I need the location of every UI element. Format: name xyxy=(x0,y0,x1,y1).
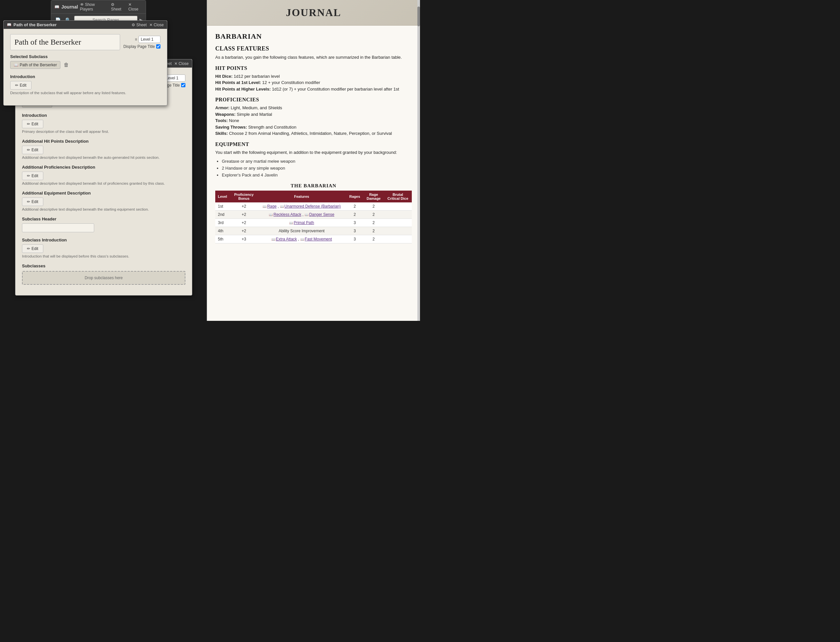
additional-hp-edit-button[interactable]: ✏ Edit xyxy=(22,146,43,154)
show-players-button[interactable]: 👁 Show Players xyxy=(80,2,109,11)
row-prof: +2 xyxy=(231,227,257,235)
berserker-panel-body: ≡ Level 1 Level 2 Display Page Title Sel… xyxy=(3,29,167,105)
weapons-value: Simple and Martial xyxy=(237,112,272,117)
fast-movement-link[interactable]: Fast Movement xyxy=(305,237,332,242)
journal-nav-header: 📖 Journal 👁 Show Players ⚙ Sheet ✕ Close xyxy=(51,0,146,14)
additional-hp-content: ✏ Edit xyxy=(22,146,185,154)
hit-points-text: Hit Dice: 1d12 per barbarian level Hit P… xyxy=(215,73,412,92)
badge-book-icon: 📖 xyxy=(14,63,18,67)
barbarian-table-title: The Barbarian xyxy=(215,183,412,189)
row-rage-dmg: 2 xyxy=(363,227,384,235)
subclass-intro-content: ✏ Edit xyxy=(22,245,185,253)
berserker-display-title-checkbox[interactable] xyxy=(156,44,161,49)
row-brutal xyxy=(384,211,412,219)
additional-prof-edit-button[interactable]: ✏ Edit xyxy=(22,172,43,180)
subclass-intro-edit-button[interactable]: ✏ Edit xyxy=(22,245,43,253)
hit-dice-label: Hit Dice: xyxy=(215,74,233,79)
weapons-label: Weapons: xyxy=(215,112,235,117)
additional-equip-label: Additional Equipment Description xyxy=(22,191,185,196)
edit-pencil-icon: ✏ xyxy=(27,173,30,178)
edit-pencil-icon: ✏ xyxy=(27,122,30,126)
subclasses-label: Subclasses xyxy=(22,263,185,268)
row-brutal xyxy=(384,227,412,235)
row-level: 1st xyxy=(215,203,231,211)
journal-nav-actions: 👁 Show Players ⚙ Sheet ✕ Close xyxy=(80,2,143,11)
table-row: 3rd +2 📖Primal Path 3 2 xyxy=(215,219,412,227)
additional-hp-label: Additional Hit Points Description xyxy=(22,139,185,144)
row-prof: +2 xyxy=(231,219,257,227)
list-icon: ≡ xyxy=(135,37,137,42)
subclass-intro-row: Subclass Introduction ✏ Edit Introductio… xyxy=(22,238,185,258)
armor-label: Armor: xyxy=(215,105,229,110)
reckless-attack-link[interactable]: Reckless Attack xyxy=(273,212,301,217)
barbarian-intro-edit-button[interactable]: ✏ Edit xyxy=(22,120,43,128)
unarmored-defense-link[interactable]: Unarmored Defense (Barbarian) xyxy=(284,204,341,209)
subclass-header-label: Subclass Header xyxy=(22,217,185,221)
row-rages: 2 xyxy=(346,211,363,219)
berserker-intro-description: Description of the subclass that will ap… xyxy=(10,91,161,95)
subclasses-drop-zone[interactable]: Drop subclasses here xyxy=(22,271,185,285)
close-button[interactable]: ✕ Close xyxy=(128,2,143,11)
additional-prof-label: Additional Proficiencies Description xyxy=(22,165,185,170)
row-rages: 3 xyxy=(346,227,363,235)
equipment-item-1: Greataxe or any martial melee weapon xyxy=(222,158,412,165)
berserker-subclass-content: 📖 Path of the Berserker 🗑 xyxy=(10,61,161,69)
berserker-subclass-badge: 📖 Path of the Berserker xyxy=(10,61,60,69)
berserker-sheet-button[interactable]: ⚙ Sheet xyxy=(131,23,147,27)
berserker-title-input[interactable] xyxy=(10,34,120,50)
drop-zone-label: Drop subclasses here xyxy=(85,276,123,280)
berserker-header-title: Path of the Berserker xyxy=(13,22,130,27)
additional-equip-row: Additional Equipment Description ✏ Edit … xyxy=(22,191,185,211)
selected-subclass-label: Selected Subclass xyxy=(10,54,161,59)
additional-hp-row: Additional Hit Points Description ✏ Edit… xyxy=(22,139,185,159)
rage-link[interactable]: Rage xyxy=(267,204,277,209)
primal-path-link[interactable]: Primal Path xyxy=(294,220,314,225)
equipment-item-3: Explorer's Pack and 4 Javelin xyxy=(222,172,412,179)
berserker-title-row: ≡ Level 1 Level 2 Display Page Title xyxy=(10,34,161,50)
journal-panel-header: Journal xyxy=(207,0,420,26)
berserker-trash-button[interactable]: 🗑 xyxy=(64,62,69,68)
row-rages: 3 xyxy=(346,219,363,227)
saving-throws-value: Strength and Constitution xyxy=(248,125,296,130)
display-page-title-label: Display Page Title xyxy=(123,44,155,49)
additional-prof-content: ✏ Edit xyxy=(22,172,185,180)
barbarian-display-title-checkbox[interactable] xyxy=(181,83,185,87)
row-brutal xyxy=(384,219,412,227)
extra-attack-link[interactable]: Extra Attack xyxy=(276,237,297,242)
row-prof: +3 xyxy=(231,235,257,243)
row-rages: 3 xyxy=(346,235,363,243)
berserker-selected-subclass-row: Selected Subclass 📖 Path of the Berserke… xyxy=(10,54,161,69)
berserker-level-row: ≡ Level 1 Level 2 xyxy=(135,36,161,43)
row-rage-dmg: 2 xyxy=(363,203,384,211)
equipment-list: Greataxe or any martial melee weapon 2 H… xyxy=(222,158,412,178)
additional-hp-description: Additional descriptive text displayed be… xyxy=(22,156,185,159)
berserker-level-select[interactable]: Level 1 Level 2 xyxy=(138,36,161,43)
sheet-button[interactable]: ⚙ Sheet xyxy=(111,2,126,11)
row-features: 📖Extra Attack , 📖Fast Movement xyxy=(257,235,346,243)
row-level: 4th xyxy=(215,227,231,235)
barbarian-intro-description: Primary description of the class that wi… xyxy=(22,130,185,133)
berserker-close-button[interactable]: ✕ Close xyxy=(149,23,164,27)
hp-1st-label: Hit Points at 1st Level: xyxy=(215,80,261,85)
subclass-intro-label: Subclass Introduction xyxy=(22,238,185,242)
berserker-header-actions: ⚙ Sheet ✕ Close xyxy=(131,23,164,27)
hp-higher-value: 1d12 (or 7) + your Constitution modifier… xyxy=(272,87,399,92)
subclasses-row: Subclasses Drop subclasses here xyxy=(22,263,185,285)
barbarian-close-button[interactable]: ✕ Close xyxy=(174,62,189,66)
berserker-edit-button[interactable]: ✏ Edit xyxy=(10,81,31,89)
col-level: Level xyxy=(215,191,231,203)
scrollbar[interactable] xyxy=(417,0,420,321)
skills-label: Skills: xyxy=(215,131,228,136)
barbarian-introduction-row: Introduction ✏ Edit Primary description … xyxy=(22,113,185,133)
table-row: 4th +2 Ability Score Improvement 3 2 xyxy=(215,227,412,235)
scrollbar-thumb[interactable] xyxy=(417,6,420,26)
row-level: 2nd xyxy=(215,211,231,219)
edit-pencil-icon: ✏ xyxy=(27,148,30,152)
additional-prof-row: Additional Proficiencies Description ✏ E… xyxy=(22,165,185,185)
subclass-badge-text: Path of the Berserker xyxy=(20,63,57,67)
additional-equip-edit-button[interactable]: ✏ Edit xyxy=(22,198,43,206)
row-brutal xyxy=(384,235,412,243)
class-features-intro: As a barbarian, you gain the following c… xyxy=(215,54,412,61)
subclass-header-input[interactable] xyxy=(22,224,94,232)
danger-sense-link[interactable]: Danger Sense xyxy=(309,212,334,217)
